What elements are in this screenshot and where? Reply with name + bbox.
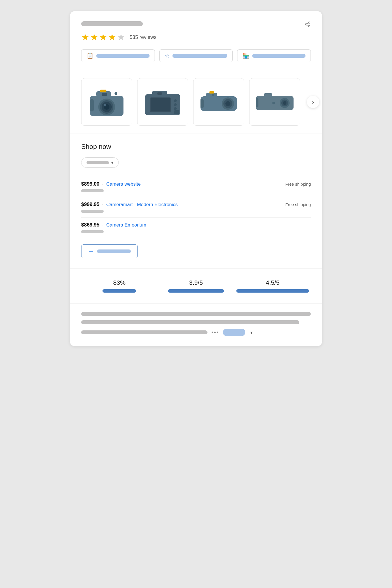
svg-point-14	[115, 92, 117, 95]
desc-line-3	[81, 330, 207, 334]
item-1-subtext	[81, 189, 104, 192]
button-3-label	[252, 54, 305, 58]
svg-rect-26	[206, 93, 217, 97]
share-icon[interactable]	[305, 21, 311, 29]
svg-point-12	[104, 104, 106, 106]
svg-rect-7	[100, 90, 106, 92]
stat-3: 4.5/5	[234, 279, 311, 293]
shop-item-2: $999.95 · Cameramart - Modern Electronic…	[81, 197, 311, 218]
svg-rect-15	[90, 99, 94, 111]
svg-point-29	[225, 101, 230, 106]
item-3-subtext	[81, 230, 104, 233]
shop-section: Shop now ▾ $899.00 · Camera website Free…	[70, 134, 322, 269]
stat-3-value: 4.5/5	[266, 279, 279, 286]
svg-point-36	[283, 101, 286, 105]
camera-image-2[interactable]	[137, 78, 188, 126]
shop-item-2-row: $999.95 · Cameramart - Modern Electronic…	[81, 202, 311, 207]
item-1-shipping: Free shipping	[285, 182, 311, 186]
star-5: ★	[117, 32, 125, 43]
stats-section: 83% 3.9/5 4.5/5	[70, 269, 322, 304]
star-4: ★	[108, 32, 116, 43]
shop-item-1: $899.00 · Camera website Free shipping	[81, 177, 311, 197]
svg-point-22	[174, 107, 177, 110]
filter-dropdown[interactable]: ▾	[81, 157, 119, 168]
shop-item-2-left: $999.95 · Cameramart - Modern Electronic…	[81, 202, 178, 207]
svg-point-20	[174, 99, 177, 102]
clipboard-button[interactable]: 📋	[81, 49, 155, 62]
stat-2-bar	[168, 289, 224, 293]
stat-3-bar	[236, 289, 309, 293]
svg-rect-30	[209, 91, 214, 94]
rating-section: ★ ★ ★ ★ ★ 535 reviews 📋 ☆ 🏪	[70, 11, 322, 70]
svg-line-4	[307, 23, 309, 24]
shop-title: Shop now	[81, 143, 311, 151]
svg-rect-24	[174, 110, 179, 114]
item-2-shipping: Free shipping	[285, 202, 311, 207]
svg-rect-38	[264, 93, 272, 96]
favorite-button[interactable]: ☆	[159, 49, 233, 62]
rating-row: ★ ★ ★ ★ ★ 535 reviews	[81, 32, 311, 43]
svg-rect-13	[102, 93, 107, 96]
review-count: 535 reviews	[130, 34, 157, 40]
product-title-placeholder	[81, 21, 143, 26]
images-section: ›	[70, 70, 322, 134]
filter-label	[87, 161, 109, 164]
svg-rect-39	[256, 98, 258, 108]
svg-point-32	[212, 94, 214, 96]
shop-item-1-left: $899.00 · Camera website	[81, 181, 141, 187]
shop-item-3: $869.95 · Camera Emporium	[81, 218, 311, 238]
item-1-price: $899.00	[81, 181, 99, 187]
svg-point-21	[174, 103, 177, 106]
item-2-seller[interactable]: Cameramart - Modern Electronics	[106, 202, 178, 207]
item-3-dot: ·	[102, 223, 103, 228]
next-arrow-button[interactable]: ›	[307, 96, 319, 108]
more-button-label	[97, 249, 131, 253]
stat-1-value: 83%	[113, 279, 125, 286]
star-2: ★	[90, 32, 98, 43]
dropdown-arrow-icon: ▾	[111, 160, 113, 165]
stat-1-bar	[102, 289, 136, 293]
button-2-label	[172, 54, 228, 58]
svg-rect-31	[200, 99, 204, 108]
desc-line-1	[81, 312, 311, 316]
stat-2: 3.9/5	[158, 279, 234, 293]
camera-image-4[interactable]	[249, 78, 300, 126]
button-1-label	[96, 54, 150, 58]
camera-image-3[interactable]	[193, 78, 244, 126]
svg-rect-23	[157, 92, 162, 95]
ellipsis: •••	[211, 329, 219, 336]
svg-point-37	[272, 102, 275, 104]
action-buttons: 📋 ☆ 🏪	[81, 49, 311, 62]
arrow-right-icon: →	[88, 248, 94, 255]
clipboard-icon: 📋	[87, 52, 94, 59]
product-card: ★ ★ ★ ★ ★ 535 reviews 📋 ☆ 🏪	[70, 11, 322, 346]
item-1-dot: ·	[102, 182, 103, 187]
shop-item-1-row: $899.00 · Camera website Free shipping	[81, 181, 311, 187]
camera-image-1[interactable]	[81, 78, 132, 126]
star-1: ★	[81, 32, 89, 43]
item-2-dot: ·	[102, 202, 103, 207]
desc-last-row: ••• ▾	[81, 329, 311, 336]
see-all-prices-button[interactable]: →	[81, 244, 138, 258]
shop-item-3-row: $869.95 · Camera Emporium	[81, 222, 311, 228]
stat-2-value: 3.9/5	[189, 279, 203, 286]
star-3: ★	[99, 32, 107, 43]
store-icon: 🏪	[242, 52, 249, 59]
item-2-price: $999.95	[81, 202, 99, 207]
description-section: ••• ▾	[70, 304, 322, 346]
desc-line-2	[81, 320, 299, 324]
item-3-seller[interactable]: Camera Emporium	[106, 222, 146, 228]
expand-pill	[223, 329, 245, 336]
store-button[interactable]: 🏪	[237, 49, 311, 62]
svg-rect-19	[151, 98, 170, 111]
item-3-price: $869.95	[81, 222, 99, 228]
star-outline-icon: ☆	[165, 52, 170, 59]
item-2-subtext	[81, 210, 104, 213]
star-rating: ★ ★ ★ ★ ★	[81, 32, 125, 43]
shop-item-3-left: $869.95 · Camera Emporium	[81, 222, 146, 228]
svg-line-3	[307, 25, 309, 26]
item-1-seller[interactable]: Camera website	[106, 181, 141, 187]
chevron-down-icon: ▾	[250, 330, 253, 335]
stat-1: 83%	[81, 279, 158, 293]
